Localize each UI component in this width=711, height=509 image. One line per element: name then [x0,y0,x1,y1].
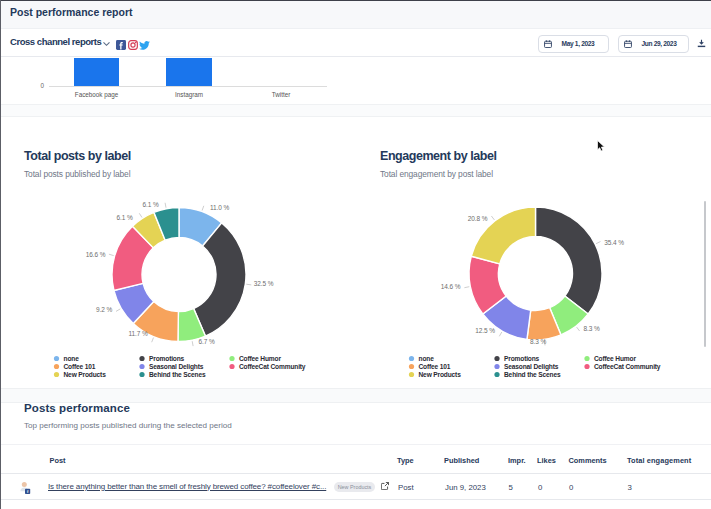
svg-text:14.6 %: 14.6 % [441,283,461,290]
svg-text:Seasonal Delights: Seasonal Delights [504,363,559,371]
svg-text:Coffee 101: Coffee 101 [64,363,96,370]
svg-text:CoffeeCat Community: CoffeeCat Community [594,363,661,371]
svg-text:Coffee Humor: Coffee Humor [594,355,636,362]
svg-text:Behind the Scenes: Behind the Scenes [504,371,561,378]
svg-text:6.1 %: 6.1 % [116,214,132,221]
svg-text:Coffee Humor: Coffee Humor [239,355,281,362]
svg-text:Behind the Scenes: Behind the Scenes [149,371,206,378]
svg-text:New Products: New Products [419,371,462,378]
svg-text:Coffee 101: Coffee 101 [419,363,451,370]
svg-text:20.8 %: 20.8 % [468,215,488,222]
svg-text:none: none [64,355,80,362]
svg-text:8.3 %: 8.3 % [530,338,546,345]
svg-text:35.4 %: 35.4 % [604,239,624,246]
svg-text:none: none [419,355,435,362]
svg-text:Promotions: Promotions [149,355,185,362]
svg-text:16.6 %: 16.6 % [86,251,106,258]
svg-text:6.7 %: 6.7 % [198,338,214,345]
svg-text:9.2 %: 9.2 % [96,306,112,313]
svg-text:Seasonal Delights: Seasonal Delights [149,363,204,371]
svg-text:New Products: New Products [64,371,107,378]
svg-text:CoffeeCat Community: CoffeeCat Community [239,363,306,371]
svg-text:12.5 %: 12.5 % [475,327,495,334]
svg-text:11.7 %: 11.7 % [128,330,147,337]
svg-text:6.1 %: 6.1 % [142,201,158,208]
svg-text:11.0 %: 11.0 % [210,204,229,211]
svg-text:Promotions: Promotions [504,355,540,362]
svg-text:8.3 %: 8.3 % [583,325,599,332]
svg-text:32.5 %: 32.5 % [254,280,274,287]
